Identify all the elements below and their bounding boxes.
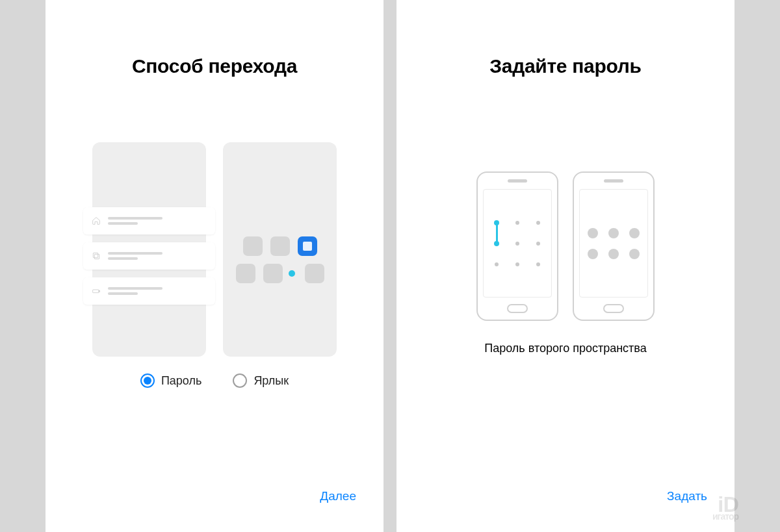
radio-shortcut[interactable]: Ярлык	[233, 374, 289, 388]
home-button-icon	[603, 304, 624, 313]
svg-rect-0	[94, 254, 99, 259]
screen-set-password: Задайте пароль	[396, 0, 734, 532]
speaker-icon	[508, 179, 527, 183]
svg-rect-1	[93, 253, 98, 257]
app-placeholder-icon	[270, 236, 290, 256]
phone-pin-illustration	[573, 171, 655, 321]
svg-rect-2	[93, 290, 99, 293]
screen-switch-method: Способ перехода	[46, 0, 384, 532]
cursor-dot-icon	[289, 270, 295, 277]
battery-outline-icon	[91, 286, 101, 296]
list-item	[83, 242, 215, 270]
next-button[interactable]: Далее	[320, 489, 356, 503]
illustration-shortcut-card	[223, 142, 337, 357]
page-title: Способ перехода	[132, 55, 297, 77]
radio-password[interactable]: Пароль	[140, 374, 202, 388]
list-rows	[83, 207, 215, 305]
app-placeholder-icon	[243, 236, 263, 256]
page-title: Задайте пароль	[489, 55, 641, 77]
radio-dot-icon	[140, 374, 155, 388]
list-item	[83, 277, 215, 305]
radio-label: Пароль	[161, 374, 202, 388]
radio-group: Пароль Ярлык	[140, 374, 289, 388]
svg-rect-3	[99, 290, 99, 292]
watermark: iD игатор	[712, 496, 738, 520]
app-accent-icon	[298, 236, 317, 256]
home-button-icon	[507, 304, 528, 313]
app-placeholder-icon	[263, 264, 283, 283]
subtitle: Пароль второго пространства	[484, 342, 646, 355]
app-grid	[223, 236, 337, 283]
pattern-grid-icon	[490, 216, 545, 271]
radio-dot-icon	[233, 374, 247, 388]
pin-pad-icon	[586, 226, 642, 261]
home-outline-icon	[91, 216, 101, 226]
illustration-row	[92, 142, 337, 357]
phone-pattern-illustration	[476, 171, 558, 321]
illustration-password-card	[92, 142, 206, 357]
app-placeholder-icon	[305, 264, 324, 283]
copy-outline-icon	[91, 251, 101, 261]
app-placeholder-icon	[236, 264, 255, 283]
password-illustrations	[476, 171, 655, 321]
list-item	[83, 207, 215, 234]
radio-label: Ярлык	[254, 374, 289, 388]
speaker-icon	[604, 179, 623, 183]
set-button[interactable]: Задать	[667, 489, 707, 503]
